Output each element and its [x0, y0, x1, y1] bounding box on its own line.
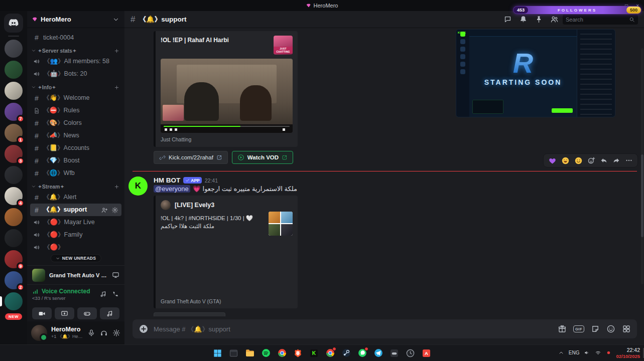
sidebar-server-server-8[interactable]: 4 — [5, 187, 23, 205]
taskbar-clock[interactable]: 22:42 02/10/2025 — [616, 347, 640, 359]
channel-item[interactable]: #ticket-0004 — [30, 31, 121, 44]
taskbar-gamepad-app-icon[interactable] — [388, 346, 401, 359]
smile-reaction[interactable] — [574, 156, 583, 165]
kick-link-button[interactable]: Kick.com/22rahaf — [154, 151, 228, 164]
channel-item[interactable]: #《👋》Welcome — [30, 92, 121, 104]
server-header[interactable]: HeroMero — [27, 11, 124, 28]
addreact-icon-button[interactable] — [587, 156, 595, 164]
disconnect-icon[interactable] — [112, 290, 119, 298]
channel-item[interactable]: 《🔴》Mayar Live — [30, 216, 121, 229]
channel-item[interactable]: #《💎》Boost — [30, 154, 121, 167]
taskbar-kick-icon[interactable]: K — [308, 346, 321, 359]
message-input[interactable] — [154, 325, 553, 333]
new-unreads-pill[interactable]: NEW UNREADS — [51, 254, 101, 262]
channel-item-selected[interactable]: #《🔔》support — [30, 204, 121, 216]
tray-chevron-up-icon[interactable] — [558, 350, 564, 356]
channel-category[interactable]: ✦Info✦ — [30, 80, 121, 92]
message-input-box[interactable]: GIF — [133, 319, 637, 338]
chat-scrollbar[interactable] — [641, 48, 643, 284]
channel-item[interactable]: 《🤖》Bots: 20 — [30, 68, 121, 80]
taskbar-explorer-icon[interactable] — [243, 346, 256, 359]
sidebar-server-server-10[interactable] — [5, 229, 23, 247]
network-icon[interactable] — [595, 349, 601, 356]
channel-category[interactable]: ✦Stream✦ — [30, 179, 121, 191]
channel-item[interactable]: 《⛔》Rules — [30, 104, 121, 117]
channel-item[interactable]: 《🔴》 — [30, 241, 121, 254]
dots-icon-button[interactable] — [625, 156, 633, 164]
taskbar-clock-app-icon[interactable] — [404, 346, 417, 359]
sticker-icon-button[interactable] — [591, 324, 600, 333]
gta-thumbnail[interactable] — [269, 212, 293, 236]
sidebar-server-server-1[interactable] — [5, 40, 23, 58]
create-channel-icon[interactable] — [114, 85, 119, 90]
create-channel-icon[interactable] — [114, 48, 119, 54]
camera-button[interactable] — [32, 307, 52, 319]
sidebar-server-server-9[interactable] — [5, 208, 23, 226]
taskbar-chrome-icon[interactable] — [276, 346, 289, 359]
search-box[interactable] — [563, 15, 638, 25]
discord-home-button[interactable] — [4, 14, 23, 33]
sidebar-server-server-4[interactable]: 7 — [5, 103, 23, 121]
voice-channel-label[interactable]: <33 / R's server — [32, 295, 99, 301]
username[interactable]: HM BOT — [154, 176, 180, 184]
sidebar-server-server-12[interactable]: 2 — [5, 271, 23, 289]
taskbar-steam-icon[interactable] — [340, 346, 353, 359]
bubble-icon-button[interactable] — [503, 15, 512, 24]
gear-icon-button[interactable] — [112, 329, 120, 337]
bot-avatar[interactable]: K — [128, 176, 148, 196]
channel-category[interactable]: ✦Server stats✦ — [30, 44, 121, 55]
channel-item[interactable]: #《🔔》Alert — [30, 191, 121, 204]
sidebar-server-server-11[interactable]: 9 — [5, 250, 23, 268]
taskbar-anydesk-icon[interactable]: A — [420, 346, 433, 359]
taskbar-whatsapp-icon[interactable] — [356, 346, 369, 359]
emoji-icon-button[interactable] — [606, 324, 615, 333]
sidebar-server-server-3[interactable] — [5, 82, 23, 100]
kick-link-button-evely3[interactable]: Kick.com/Evely3 — [154, 312, 225, 316]
sidebar-server-server-2[interactable] — [5, 61, 23, 79]
keyboard-language[interactable]: ENG — [569, 350, 580, 355]
invite-icon[interactable] — [101, 207, 108, 214]
phones-icon-button[interactable] — [100, 329, 108, 337]
pin-icon-button[interactable] — [535, 15, 543, 24]
taskbar-chrome-profile-icon[interactable] — [324, 346, 337, 359]
sidebar-server-server-6[interactable]: 3 — [5, 145, 23, 163]
starting-soon-image[interactable]: KICK R STARTING SOON — [456, 29, 615, 117]
user-avatar[interactable] — [31, 325, 47, 341]
bell-icon-button[interactable] — [519, 15, 528, 24]
embed-author[interactable]: [LIVE] Evely3 — [175, 202, 214, 209]
channel-item[interactable]: #《🌐》Wfb — [30, 167, 121, 179]
channel-item[interactable]: #《📒》Accounts — [30, 142, 121, 154]
gear-icon[interactable] — [111, 207, 118, 214]
forward-icon-button[interactable] — [612, 156, 620, 164]
gamepad-button[interactable] — [77, 307, 97, 319]
stream-preview-image[interactable] — [161, 59, 293, 133]
soundboard-icon[interactable] — [99, 290, 107, 298]
channel-item[interactable]: #《📣》News — [30, 129, 121, 142]
music-button[interactable] — [100, 307, 119, 319]
reply-icon-button[interactable] — [600, 156, 608, 164]
mic-icon-button[interactable] — [87, 329, 95, 337]
chevron-down-icon[interactable] — [112, 16, 119, 23]
channel-item[interactable]: #《🎨》Colors — [30, 117, 121, 129]
create-channel-icon[interactable] — [114, 184, 119, 190]
attach-plus-icon[interactable] — [139, 324, 149, 334]
taskbar-spotify-icon[interactable] — [260, 346, 273, 359]
taskbar-task-view-icon[interactable] — [227, 346, 240, 359]
channel-item[interactable]: 《👥》All members: 58 — [30, 55, 121, 68]
taskbar-brave-icon[interactable] — [292, 346, 305, 359]
joy-reaction[interactable] — [561, 156, 570, 165]
volume-icon[interactable] — [584, 349, 590, 356]
gift-icon-button[interactable] — [558, 324, 567, 333]
everyone-mention[interactable]: @everyone — [154, 185, 190, 193]
taskbar-telegram-icon[interactable] — [372, 346, 385, 359]
user-name[interactable]: HeroMero — [51, 326, 83, 333]
stream-thumbnail[interactable]: JUST CHATTING — [274, 36, 293, 55]
sidebar-server-server-7[interactable] — [5, 166, 23, 184]
apps-icon-button[interactable] — [622, 324, 631, 333]
gif-icon-button[interactable]: GIF — [573, 325, 584, 332]
screenshare-icon[interactable] — [112, 271, 119, 279]
embed-description[interactable]: !OL | 4k? | #NORTHSiDE | 1/30 | 🤍 ملكة ا… — [161, 214, 261, 230]
search-input[interactable] — [566, 17, 629, 23]
sidebar-server-server-5[interactable]: 1 — [5, 124, 23, 142]
watch-vod-button[interactable]: Watch VOD — [232, 151, 293, 164]
